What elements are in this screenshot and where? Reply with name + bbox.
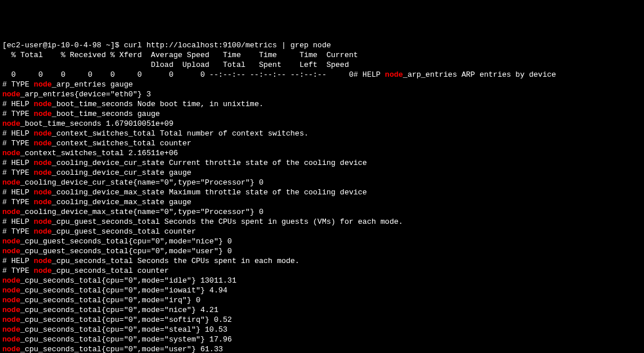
terminal-line: node_boot_time_seconds 1.679010051e+09 <box>2 119 642 129</box>
terminal-line: # TYPE node_arp_entries gauge <box>2 80 642 89</box>
terminal-line: node_cpu_guest_seconds_total{cpu="0",mod… <box>2 236 642 246</box>
terminal-line: node_cooling_device_max_state{name="0",t… <box>2 207 642 217</box>
terminal-line: # HELP node_cpu_seconds_total Seconds th… <box>2 256 642 266</box>
terminal-line: node_cpu_seconds_total{cpu="0",mode="irq… <box>2 295 642 305</box>
terminal-line: # HELP node_cooling_device_cur_state Cur… <box>2 158 642 168</box>
terminal-line: node_cpu_seconds_total{cpu="0",mode="nic… <box>2 305 642 315</box>
terminal-line: # TYPE node_cooling_device_max_state gau… <box>2 197 642 207</box>
terminal-line: node_cpu_guest_seconds_total{cpu="0",mod… <box>2 246 642 256</box>
terminal-line: node_cpu_seconds_total{cpu="0",mode="iow… <box>2 286 642 295</box>
terminal-line: node_cooling_device_cur_state{name="0",t… <box>2 178 642 187</box>
terminal-line: node_cpu_seconds_total{cpu="0",mode="idl… <box>2 276 642 286</box>
terminal-line: node_context_switches_total 2.16511e+06 <box>2 148 642 158</box>
terminal-line: node_cpu_seconds_total{cpu="0",mode="use… <box>2 344 642 353</box>
terminal-line: Dload Upload Total Spent Left Speed <box>2 60 642 70</box>
terminal-line: # TYPE node_context_switches_total count… <box>2 138 642 148</box>
terminal-line: # TYPE node_cooling_device_cur_state gau… <box>2 168 642 178</box>
terminal-line: # HELP node_context_switches_total Total… <box>2 129 642 138</box>
terminal-line: node_arp_entries{device="eth0"} 3 <box>2 89 642 99</box>
terminal-line: # TYPE node_boot_time_seconds gauge <box>2 109 642 119</box>
terminal-line: # HELP node_boot_time_seconds Node boot … <box>2 99 642 109</box>
terminal-line: node_cpu_seconds_total{cpu="0",mode="sys… <box>2 335 642 344</box>
terminal-line: 0 0 0 0 0 0 0 0 --:--:-- --:--:-- --:--:… <box>2 70 642 80</box>
terminal-line: % Total % Received % Xferd Average Speed… <box>2 50 642 60</box>
terminal-output[interactable]: [ec2-user@ip-10-0-4-98 ~]$ curl http://l… <box>2 40 642 353</box>
terminal-line: # TYPE node_cpu_seconds_total counter <box>2 266 642 276</box>
terminal-line: [ec2-user@ip-10-0-4-98 ~]$ curl http://l… <box>2 40 642 50</box>
terminal-line: # TYPE node_cpu_guest_seconds_total coun… <box>2 227 642 236</box>
terminal-line: node_cpu_seconds_total{cpu="0",mode="sof… <box>2 315 642 325</box>
terminal-line: # HELP node_cooling_device_max_state Max… <box>2 187 642 197</box>
terminal-line: node_cpu_seconds_total{cpu="0",mode="ste… <box>2 325 642 335</box>
terminal-line: # HELP node_cpu_guest_seconds_total Seco… <box>2 217 642 227</box>
